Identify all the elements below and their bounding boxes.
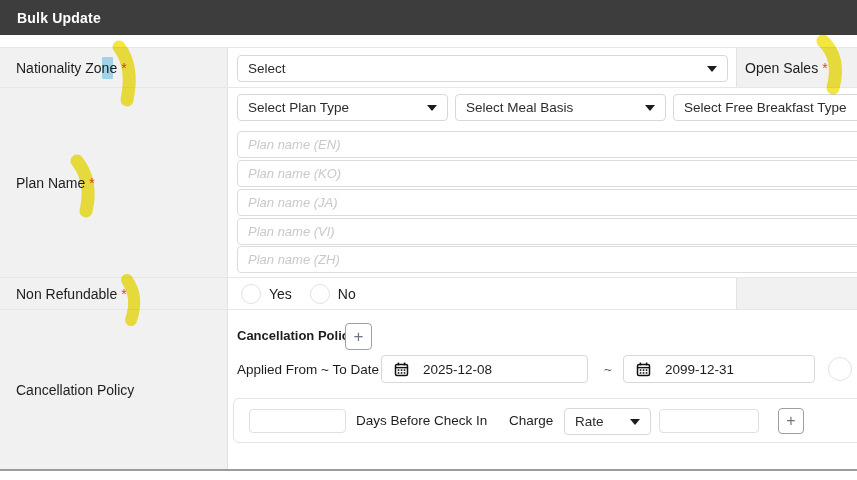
charge-amount-input[interactable] — [659, 409, 759, 433]
calendar-icon — [394, 362, 409, 377]
radio-no[interactable] — [310, 284, 330, 304]
add-rule-button[interactable]: + — [778, 408, 804, 434]
required-asterisk: * — [121, 60, 126, 76]
row-non-refundable: Non Refundable * Yes No — [0, 278, 857, 310]
non-refundable-label-cell: Non Refundable * — [0, 278, 228, 309]
plus-icon: + — [786, 412, 795, 429]
calendar-icon — [636, 362, 651, 377]
open-sales-label: Open Sales — [745, 60, 818, 76]
meal-basis-select-value: Select Meal Basis — [466, 100, 573, 115]
plan-name-label: Plan Name — [16, 175, 85, 191]
radio-yes-label: Yes — [269, 286, 292, 302]
chevron-down-icon — [645, 105, 655, 111]
date-range-separator: ~ — [604, 362, 612, 377]
page-title: Bulk Update — [17, 10, 101, 26]
nationality-zone-label: Nationality Zone — [16, 60, 117, 76]
non-refundable-radio-group: Yes No — [241, 284, 374, 304]
plan-type-select[interactable]: Select Plan Type — [237, 94, 448, 121]
charge-type-select-value: Rate — [575, 414, 604, 429]
non-refundable-right-cell — [736, 278, 857, 309]
required-asterisk: * — [822, 60, 827, 76]
chevron-down-icon — [707, 66, 717, 72]
plan-name-label-cell: Plan Name * — [0, 88, 228, 277]
applied-date-range-label: Applied From ~ To Date — [237, 362, 379, 377]
applied-to-date-field[interactable]: 2099-12-31 — [623, 355, 815, 383]
row-cancellation-policy: Cancellation Policy Cancellation Policy … — [0, 310, 857, 471]
free-breakfast-type-select-value: Select Free Breakfast Type — [684, 100, 847, 115]
applied-from-date-field[interactable]: 2025-12-08 — [381, 355, 588, 383]
plan-name-ko-input[interactable] — [237, 160, 857, 187]
add-policy-button[interactable]: + — [345, 323, 372, 350]
chevron-down-icon — [630, 419, 640, 425]
days-before-checkin-label: Days Before Check In — [356, 413, 487, 428]
plan-name-vi-input[interactable] — [237, 218, 857, 245]
plan-name-ja-input[interactable] — [237, 189, 857, 216]
required-asterisk: * — [121, 286, 126, 302]
applied-from-date-value: 2025-12-08 — [423, 362, 492, 377]
days-before-checkin-input[interactable] — [249, 409, 346, 433]
nationality-zone-select[interactable]: Select — [237, 55, 728, 82]
cancellation-policy-label-cell: Cancellation Policy — [0, 310, 228, 469]
row-nationality-zone: Nationality Zone * Select Open Sales * — [0, 47, 857, 88]
free-breakfast-type-select[interactable]: Select Free Breakfast Type — [673, 94, 857, 121]
radio-yes[interactable] — [241, 284, 261, 304]
policy-radio[interactable] — [828, 357, 852, 381]
meal-basis-select[interactable]: Select Meal Basis — [455, 94, 666, 121]
open-sales-label-cell: Open Sales * — [736, 48, 857, 87]
nationality-zone-label-cell: Nationality Zone * — [0, 48, 228, 87]
applied-to-date-value: 2099-12-31 — [665, 362, 734, 377]
radio-no-label: No — [338, 286, 356, 302]
plan-type-select-value: Select Plan Type — [248, 100, 349, 115]
bulk-update-page: Bulk Update Nationality Zone * Select Op… — [0, 0, 857, 480]
non-refundable-label: Non Refundable — [16, 286, 117, 302]
charge-label: Charge — [509, 413, 553, 428]
nationality-zone-select-value: Select — [248, 61, 286, 76]
charge-type-select[interactable]: Rate — [564, 408, 651, 435]
cancellation-rule-box: Days Before Check In Charge Rate + — [233, 398, 857, 443]
plus-icon: + — [354, 327, 364, 346]
chevron-down-icon — [427, 105, 437, 111]
plan-name-en-input[interactable] — [237, 131, 857, 158]
required-asterisk: * — [89, 175, 94, 191]
cancellation-policy-label: Cancellation Policy — [16, 382, 134, 398]
header-bar: Bulk Update — [0, 0, 857, 35]
plan-name-zh-input[interactable] — [237, 246, 857, 273]
row-plan-name: Plan Name * Select Plan Type Select Meal… — [0, 88, 857, 278]
